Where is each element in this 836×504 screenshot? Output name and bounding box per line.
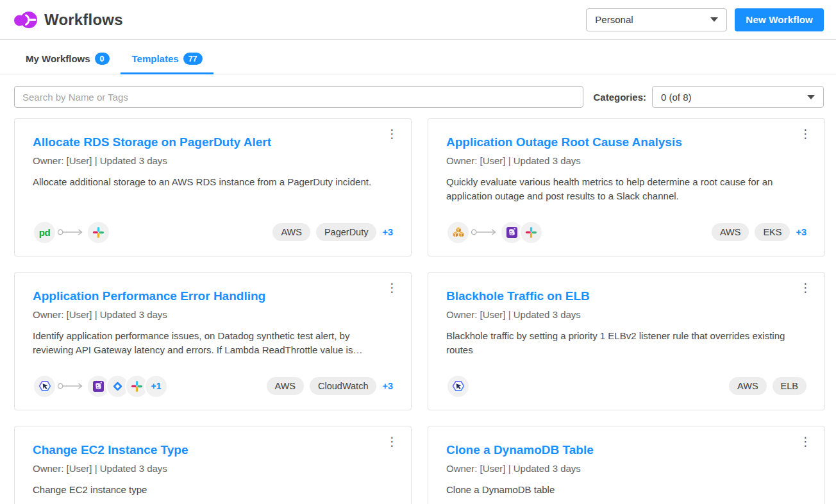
more-tags-link[interactable]: +3: [382, 381, 393, 391]
card-meta: Owner: [User] | Updated 3 days: [33, 309, 393, 320]
workflow-card[interactable]: ⋮ Application Performance Error Handling…: [14, 272, 412, 410]
cards-grid: ⋮ Allocate RDS Storage on PagerDuty Aler…: [0, 108, 836, 504]
workflow-card[interactable]: ⋮ Application Outage Root Cause Analysis…: [428, 118, 825, 256]
card-menu-kebab-icon[interactable]: ⋮: [796, 434, 815, 449]
pagerduty-icon: pd: [33, 221, 56, 244]
card-description: Identify application performance issues,…: [33, 329, 393, 357]
slack-icon: [87, 221, 110, 244]
card-title[interactable]: Application Performance Error Handling: [33, 289, 393, 303]
card-connector-icons: [446, 221, 543, 244]
workspace-select[interactable]: Personal: [586, 8, 727, 31]
card-menu-kebab-icon[interactable]: ⋮: [382, 126, 402, 141]
card-description: Quickly evaluate various health metrics …: [446, 175, 807, 203]
app-header: Workflows Personal New Workflow: [0, 0, 836, 40]
connector-arrow-icon: [57, 228, 85, 237]
card-meta: Owner: [User] | Updated 3 days: [33, 155, 393, 166]
categories-select[interactable]: 0 (of 8): [652, 86, 824, 108]
more-tags-link[interactable]: +3: [796, 227, 807, 237]
tag-pill: ELB: [773, 377, 807, 395]
tabs-bar: My Workflows 0 Templates 77: [0, 40, 836, 74]
card-meta: Owner: [User] | Updated 3 days: [33, 463, 393, 474]
card-tags: AWSPagerDuty+3: [272, 223, 393, 241]
card-description: Blackhole traffic by setting a priority …: [446, 329, 807, 357]
tag-pill: CloudWatch: [310, 377, 376, 395]
categories-select-value: 0 (of 8): [661, 92, 692, 103]
card-tags: AWSELB: [729, 377, 807, 395]
app-logo-icon: [14, 10, 38, 30]
tab-templates[interactable]: Templates 77: [121, 53, 213, 74]
more-icons-chip[interactable]: +1: [144, 374, 168, 398]
card-meta: Owner: [User] | Updated 3 days: [446, 309, 807, 320]
tag-pill: EKS: [755, 223, 790, 241]
card-connector-icons: pd: [33, 221, 110, 244]
tab-my-workflows[interactable]: My Workflows 0: [14, 53, 121, 74]
card-title[interactable]: Change EC2 Instance Type: [33, 442, 393, 457]
tag-pill: AWS: [712, 223, 749, 241]
connector-arrow-icon: [57, 382, 85, 391]
connector-arrow-icon: [471, 228, 499, 237]
card-description: Allocate additional storage to an AWS RD…: [33, 175, 393, 189]
categories-label: Categories:: [593, 92, 646, 103]
page-title: Workflows: [44, 11, 123, 29]
tab-count-badge: 77: [183, 53, 203, 65]
card-description: Change EC2 instance type: [33, 483, 393, 497]
tab-count-badge: 0: [95, 53, 110, 65]
search-input[interactable]: [14, 86, 583, 108]
card-description: Clone a DynamoDB table: [446, 483, 807, 497]
card-menu-kebab-icon[interactable]: ⋮: [382, 434, 402, 449]
card-menu-kebab-icon[interactable]: ⋮: [796, 126, 815, 141]
card-title[interactable]: Allocate RDS Storage on PagerDuty Alert: [33, 135, 393, 149]
tab-label: My Workflows: [26, 53, 90, 64]
workflow-card[interactable]: ⋮ Clone a DynamoDB Table Owner: [User] |…: [428, 426, 825, 504]
more-tags-link[interactable]: +3: [382, 227, 393, 237]
workspace-select-value: Personal: [595, 14, 633, 25]
card-tags: AWSEKS+3: [712, 223, 807, 241]
workflow-card[interactable]: ⋮ Blackhole Traffic on ELB Owner: [User]…: [428, 272, 825, 410]
card-title[interactable]: Application Outage Root Cause Analysis: [446, 135, 807, 149]
chevron-down-icon: [807, 95, 815, 99]
slack-icon: [519, 221, 543, 244]
tab-label: Templates: [132, 53, 179, 64]
card-title[interactable]: Blackhole Traffic on ELB: [446, 289, 807, 303]
chevron-down-icon: [710, 17, 718, 22]
card-menu-kebab-icon[interactable]: ⋮: [382, 280, 402, 295]
aws-icon: [446, 221, 470, 244]
card-meta: Owner: [User] | Updated 3 days: [446, 463, 807, 474]
card-tags: AWSCloudWatch+3: [267, 377, 394, 395]
card-menu-kebab-icon[interactable]: ⋮: [796, 280, 815, 295]
card-connector-icons: +1: [33, 374, 168, 398]
filter-bar: Categories: 0 (of 8): [0, 74, 836, 108]
synthetic-monitor-icon: [446, 374, 470, 398]
tag-pill: PagerDuty: [316, 223, 377, 241]
tag-pill: AWS: [729, 377, 767, 395]
card-title[interactable]: Clone a DynamoDB Table: [446, 442, 807, 457]
workflow-card[interactable]: ⋮ Allocate RDS Storage on PagerDuty Aler…: [14, 118, 412, 256]
card-meta: Owner: [User] | Updated 3 days: [446, 155, 807, 166]
new-workflow-button[interactable]: New Workflow: [735, 8, 824, 31]
card-connector-icons: [446, 374, 470, 398]
workflow-card[interactable]: ⋮ Change EC2 Instance Type Owner: [User]…: [14, 426, 412, 504]
synthetic-monitor-icon: [33, 374, 56, 398]
tag-pill: AWS: [267, 377, 305, 395]
tag-pill: AWS: [272, 223, 310, 241]
